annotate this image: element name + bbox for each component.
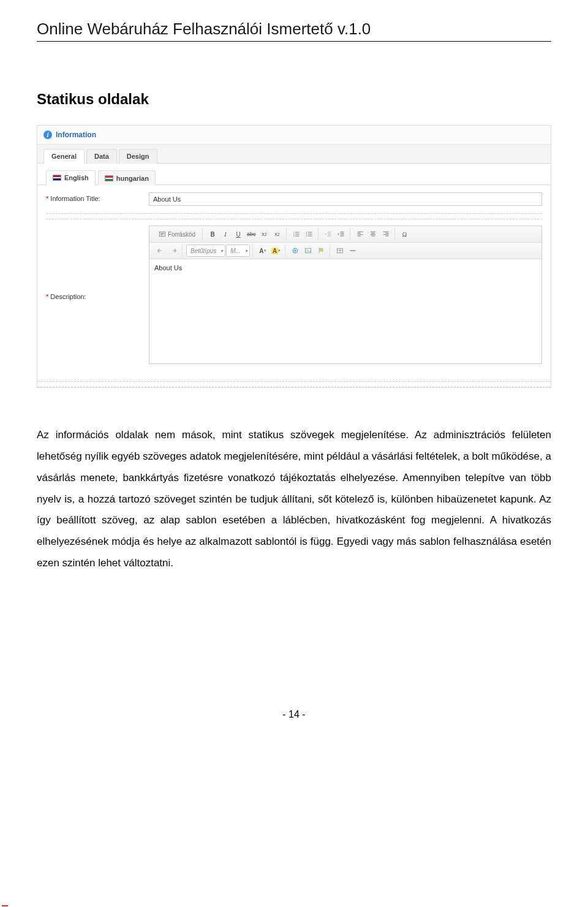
flag-button[interactable]	[315, 245, 327, 257]
tab-design[interactable]: Design	[119, 149, 157, 164]
form-area: * Information Title: * Description: For	[37, 185, 551, 379]
outdent-button[interactable]	[322, 228, 334, 240]
strike-button[interactable]: abc	[245, 228, 258, 240]
rich-text-editor: Forráskód B I U abc x2 x2	[149, 226, 542, 364]
redo-button[interactable]	[167, 245, 179, 257]
undo-button[interactable]	[154, 245, 167, 257]
align-right-button[interactable]	[380, 228, 392, 240]
numbered-list-icon: 123	[293, 230, 300, 238]
page-footer: - 14 -	[37, 709, 551, 720]
indent-icon	[337, 230, 345, 238]
align-center-icon	[369, 230, 377, 238]
label-information-title: * Information Title:	[46, 192, 144, 202]
lang-tab-hungarian[interactable]: hungarian	[98, 170, 156, 185]
text-color-button[interactable]: A▾	[257, 245, 269, 257]
source-icon	[159, 230, 166, 238]
tab-general[interactable]: General	[43, 149, 85, 164]
document-header: Online Webáruház Felhasználói Ismertető …	[37, 20, 551, 42]
information-title-input[interactable]	[149, 192, 542, 206]
editor-toolbar-2: Betűtípus M... A▾ A▾	[149, 243, 541, 259]
numbered-list-button[interactable]: 123	[290, 228, 303, 240]
link-icon	[292, 247, 299, 254]
bullet-list-icon	[306, 230, 313, 238]
flag-en-icon	[53, 175, 61, 181]
align-center-button[interactable]	[367, 228, 379, 240]
lang-label-hungarian: hungarian	[116, 175, 149, 182]
label-description: * Description:	[46, 226, 144, 364]
image-button[interactable]	[302, 245, 314, 257]
editor-content[interactable]: About Us	[149, 259, 541, 363]
align-right-icon	[382, 230, 390, 238]
align-left-button[interactable]	[354, 228, 366, 240]
language-tabs: English hungarian	[37, 164, 551, 185]
section-title: Statikus oldalak	[37, 91, 551, 108]
bullet-list-button[interactable]	[303, 228, 315, 240]
bold-button[interactable]: B	[206, 228, 219, 240]
table-button[interactable]	[334, 245, 346, 257]
outdent-icon	[325, 230, 332, 238]
source-button[interactable]: Forráskód	[154, 228, 200, 240]
link-button[interactable]	[289, 245, 301, 257]
hr-button[interactable]	[347, 245, 359, 257]
svg-point-5	[306, 233, 307, 235]
omega-button[interactable]: Ω	[399, 228, 411, 240]
table-icon	[336, 247, 344, 254]
label-text-description: Description:	[50, 293, 86, 300]
info-icon: i	[43, 131, 52, 139]
panel-bottom-divider	[37, 381, 551, 387]
undo-icon	[157, 247, 164, 254]
superscript-button[interactable]: x2	[271, 228, 284, 240]
font-size-dropdown[interactable]: M...	[226, 245, 250, 257]
row-description: * Description: Forráskód B I	[46, 226, 542, 364]
row-divider	[46, 213, 542, 219]
panel-header: i Information	[37, 126, 551, 145]
editor-toolbar-1: Forráskód B I U abc x2 x2	[149, 226, 541, 243]
image-icon	[304, 247, 312, 254]
bg-color-button[interactable]: A▾	[270, 245, 282, 257]
svg-point-9	[307, 249, 308, 251]
italic-button[interactable]: I	[219, 228, 232, 240]
flag-hu-icon	[105, 175, 113, 181]
svg-text:3: 3	[293, 235, 294, 237]
indent-button[interactable]	[335, 228, 347, 240]
information-panel: i Information General Data Design Englis…	[37, 125, 551, 388]
lang-tab-english[interactable]: English	[46, 170, 96, 185]
hr-icon	[349, 247, 356, 254]
align-left-icon	[356, 230, 364, 238]
tab-data[interactable]: Data	[86, 149, 117, 164]
svg-point-4	[306, 232, 307, 233]
source-label: Forráskód	[168, 231, 195, 238]
flag-icon	[317, 247, 325, 254]
main-tabs: General Data Design	[37, 145, 551, 164]
label-text-title: Information Title:	[50, 195, 100, 202]
row-information-title: * Information Title:	[46, 192, 542, 206]
panel-title: Information	[56, 131, 96, 139]
subscript-button[interactable]: x2	[258, 228, 271, 240]
body-paragraph: Az információs oldalak nem mások, mint s…	[37, 425, 551, 574]
lang-label-english: English	[64, 174, 89, 181]
underline-button[interactable]: U	[232, 228, 244, 240]
font-family-dropdown[interactable]: Betűtípus	[186, 245, 225, 257]
svg-point-6	[306, 235, 307, 237]
redo-icon	[170, 247, 177, 254]
